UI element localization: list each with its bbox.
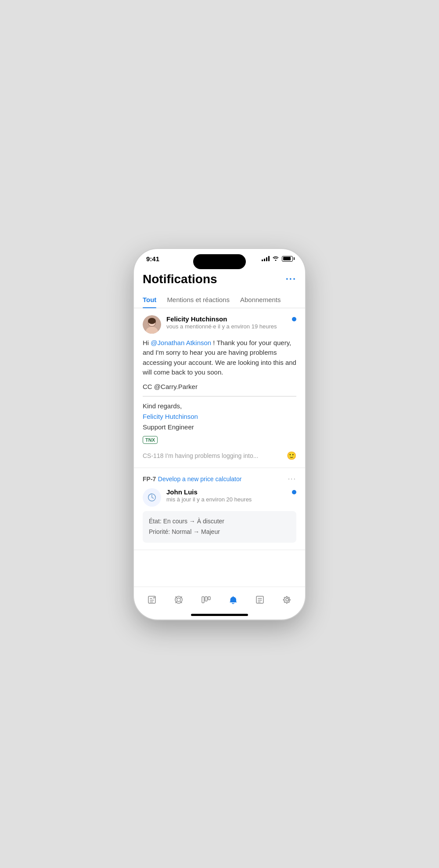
app-content: Notifications ··· Tout Mentions et réact…: [134, 265, 305, 587]
nav-settings[interactable]: [278, 592, 296, 607]
notification-header-1: Felicity Hutchinson vous a mentionné·e i…: [143, 315, 296, 334]
nav-board[interactable]: [197, 592, 215, 607]
notification-body-1: Hi @Jonathan Atkinson ! Thank you for yo…: [143, 338, 296, 378]
svg-point-8: [177, 598, 180, 601]
nav-notifications[interactable]: [224, 592, 242, 607]
unread-dot-1: [292, 317, 296, 321]
notification-time-1: vous a mentionné·e il y a environ 19 heu…: [166, 323, 287, 330]
task-meta: John Luis mis à jour il y a environ 20 h…: [166, 488, 287, 503]
task-time: mis à jour il y a environ 20 heures: [166, 496, 287, 503]
home-bar: [191, 614, 248, 616]
dynamic-island: [193, 254, 246, 269]
support-icon: [173, 594, 184, 605]
task-author-name: John Luis: [166, 488, 287, 496]
tasks-icon: [146, 594, 158, 605]
notes-icon: [254, 594, 266, 605]
tab-tout[interactable]: Tout: [143, 292, 156, 308]
task-title-link[interactable]: Develop a new price calculator: [158, 475, 242, 483]
svg-rect-11: [208, 597, 210, 600]
status-time: 9:41: [146, 255, 159, 263]
notifications-icon: [227, 594, 239, 605]
reaction-icon[interactable]: 🙂: [287, 451, 296, 461]
unread-dot-2: [292, 490, 296, 494]
svg-rect-9: [202, 597, 204, 603]
status-icons: [262, 255, 293, 262]
task-notif-row: John Luis mis à jour il y a environ 20 h…: [143, 488, 296, 507]
notification-item-2[interactable]: FP-7 Develop a new price calculator ···: [134, 468, 305, 550]
divider: [143, 396, 296, 396]
task-header: FP-7 Develop a new price calculator ···: [143, 475, 296, 483]
wifi-icon: [272, 255, 279, 262]
ticket-preview-row: CS-118 I'm having problems logging into.…: [143, 451, 296, 461]
settings-icon: [281, 594, 293, 605]
svg-point-4: [148, 318, 156, 324]
task-update-icon: [143, 488, 161, 507]
mention-link[interactable]: @Jonathan Atkinson: [151, 339, 211, 346]
task-change-priority: Priorité: Normal → Majeur: [149, 527, 290, 537]
cc-line: CC @Carry.Parker: [143, 382, 296, 392]
task-id-title: FP-7 Develop a new price calculator: [143, 475, 241, 483]
tabs-container: Tout Mentions et réactions Abonnements: [134, 292, 305, 308]
phone-frame: 9:41 Notifications: [134, 249, 305, 619]
more-options-button[interactable]: ···: [286, 274, 296, 285]
page-header: Notifications ···: [134, 265, 305, 292]
avatar-felicity: [143, 315, 161, 334]
battery-icon: [282, 256, 293, 262]
board-icon: [200, 594, 212, 605]
tab-abonnements[interactable]: Abonnements: [240, 292, 281, 308]
email-signature: Kind regards, Felicity Hutchinson Suppor…: [143, 401, 296, 432]
home-indicator: [134, 611, 305, 619]
nav-support[interactable]: [169, 592, 188, 607]
signal-icon: [262, 256, 270, 261]
tag-badge: TNX: [143, 436, 158, 444]
task-change-status: État: En cours → À discuter: [149, 516, 290, 527]
notification-item-1[interactable]: Felicity Hutchinson vous a mentionné·e i…: [134, 308, 305, 468]
ticket-preview-text: CS-118 I'm having problems logging into.…: [143, 452, 258, 459]
page-title: Notifications: [143, 272, 217, 286]
nav-notes[interactable]: [251, 592, 269, 607]
svg-rect-10: [205, 597, 207, 601]
sig-name-link[interactable]: Felicity Hutchinson: [143, 411, 296, 422]
tab-mentions[interactable]: Mentions et réactions: [167, 292, 230, 308]
task-more-button[interactable]: ···: [288, 475, 296, 483]
bottom-navigation: [134, 587, 305, 611]
task-changes-box: État: En cours → À discuter Priorité: No…: [143, 511, 296, 543]
nav-tasks[interactable]: [143, 592, 161, 607]
notification-meta-1: Felicity Hutchinson vous a mentionné·e i…: [166, 315, 287, 330]
author-name-1: Felicity Hutchinson: [166, 315, 287, 323]
